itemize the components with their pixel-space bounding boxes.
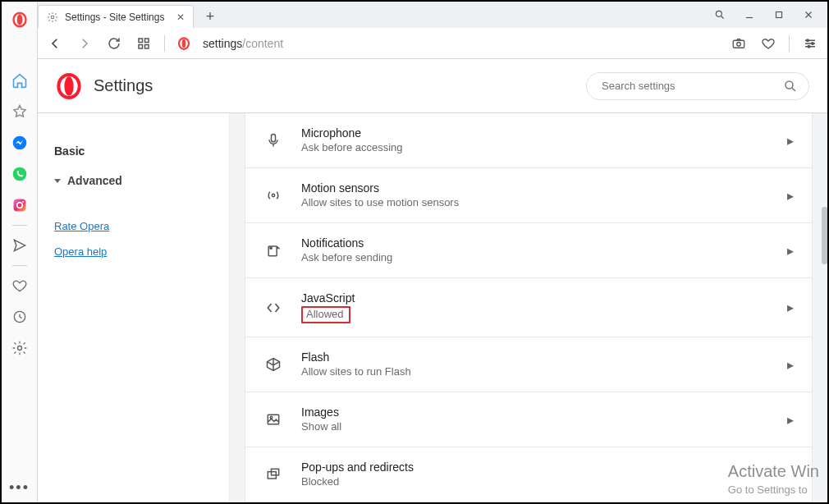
instagram-icon[interactable] [2, 190, 38, 220]
scrollbar-thumb[interactable] [822, 207, 827, 264]
row-title: Notifications [301, 236, 769, 250]
more-icon[interactable]: ••• [2, 473, 38, 502]
whatsapp-icon[interactable] [2, 159, 38, 189]
forward-button[interactable] [76, 34, 94, 53]
nav-basic[interactable]: Basic [54, 136, 213, 166]
row-title: Microphone [301, 126, 769, 140]
svg-point-25 [785, 81, 793, 89]
svg-point-1 [16, 14, 22, 25]
settings-body: Basic Advanced Rate Opera Opera help Mic… [38, 113, 827, 502]
browser-tab[interactable]: Settings - Site Settings ✕ [38, 5, 194, 28]
row-images[interactable]: ImagesShow all ▸ [245, 392, 812, 447]
toolbar-separator [789, 35, 790, 52]
svg-point-8 [17, 346, 21, 351]
svg-point-22 [808, 45, 809, 47]
svg-rect-26 [272, 135, 276, 142]
svg-point-31 [270, 416, 273, 419]
notifications-icon [263, 242, 283, 259]
page-title: Settings [94, 76, 153, 95]
toolbar: settings/content [2, 28, 827, 59]
svg-point-17 [182, 39, 186, 48]
row-sub: Ask before accessing [301, 141, 403, 153]
opera-badge-icon [176, 36, 191, 51]
opera-logo-icon [56, 73, 82, 99]
window-controls [706, 2, 822, 28]
row-notifications[interactable]: NotificationsAsk before sending ▸ [245, 222, 812, 277]
row-sub: Show all [301, 420, 341, 433]
opera-logo-icon[interactable] [2, 5, 38, 34]
easy-setup-icon[interactable] [801, 34, 819, 53]
nav-advanced-label: Advanced [67, 174, 122, 187]
svg-rect-12 [139, 39, 143, 43]
svg-rect-15 [145, 44, 149, 48]
row-sub: Allow sites to run Flash [301, 365, 411, 378]
row-flash[interactable]: FlashAllow sites to run Flash ▸ [245, 337, 812, 392]
url-scheme: settings [203, 37, 242, 50]
row-sub: Ask before sending [301, 251, 392, 263]
svg-point-20 [807, 39, 808, 41]
bookmark-star-icon[interactable] [2, 97, 38, 126]
site-settings-panel: MicrophoneAsk before accessing ▸ Motion … [245, 113, 813, 502]
motion-sensors-icon [263, 187, 283, 204]
rate-opera-link[interactable]: Rate Opera [54, 213, 213, 239]
minimize-button[interactable] [735, 3, 763, 26]
search-input[interactable] [586, 72, 809, 100]
back-button[interactable] [46, 34, 64, 53]
messenger-icon[interactable] [2, 128, 38, 158]
address-bar[interactable]: settings/content [203, 37, 718, 50]
heart-toolbar-icon[interactable] [759, 34, 777, 53]
opera-help-link[interactable]: Opera help [54, 239, 213, 264]
chevron-right-icon: ▸ [787, 133, 794, 149]
popups-icon [263, 466, 283, 483]
chevron-right-icon: ▸ [787, 188, 794, 204]
tab-title: Settings - Site Settings [65, 11, 164, 23]
reload-button[interactable] [105, 34, 123, 53]
heart-icon[interactable] [2, 271, 38, 300]
chevron-right-icon: ▸ [787, 412, 794, 428]
row-microphone[interactable]: MicrophoneAsk before accessing ▸ [245, 113, 812, 167]
row-popups[interactable]: Pop-ups and redirectsBlocked [245, 447, 812, 502]
svg-point-24 [64, 76, 73, 95]
sidebar-separator [12, 265, 27, 266]
row-sub: Blocked [301, 475, 339, 488]
row-motion-sensors[interactable]: Motion sensorsAllow sites to use motion … [245, 167, 812, 222]
content-area: Settings Basic Advanced Rate Opera Opera… [2, 59, 827, 502]
images-icon [263, 411, 283, 428]
search-settings [586, 72, 809, 100]
url-path: /content [242, 37, 283, 50]
new-tab-button[interactable]: + [199, 5, 222, 28]
row-title: Images [301, 405, 769, 419]
tab-strip: Settings - Site Settings ✕ + [2, 2, 827, 28]
row-javascript[interactable]: JavaScriptAllowed ▸ [245, 277, 812, 337]
svg-rect-14 [139, 44, 143, 48]
toolbar-separator [164, 35, 165, 52]
close-tab-icon[interactable]: ✕ [176, 11, 185, 23]
row-sub: Allow sites to use motion sensors [301, 196, 459, 208]
nav-advanced[interactable]: Advanced [54, 166, 213, 195]
sidebar-separator [12, 225, 27, 226]
maximize-button[interactable] [765, 3, 793, 26]
row-title: Pop-ups and redirects [301, 460, 794, 474]
home-icon[interactable] [2, 66, 38, 95]
settings-nav: Basic Advanced Rate Opera Opera help [38, 113, 230, 502]
chevron-right-icon: ▸ [787, 357, 794, 373]
search-icon [783, 79, 798, 94]
app-sidebar: ••• [2, 2, 38, 502]
row-title: Flash [301, 351, 769, 364]
svg-rect-18 [733, 40, 744, 48]
speed-dial-icon[interactable] [135, 34, 153, 53]
svg-rect-11 [776, 12, 782, 18]
flash-icon [263, 356, 283, 373]
svg-rect-30 [268, 415, 278, 424]
svg-point-10 [716, 11, 721, 16]
search-window-icon[interactable] [706, 3, 734, 26]
history-icon[interactable] [2, 302, 38, 332]
close-window-button[interactable] [795, 3, 822, 26]
svg-rect-4 [13, 199, 25, 212]
svg-point-19 [737, 42, 741, 46]
microphone-icon [263, 132, 283, 149]
send-icon[interactable] [2, 231, 38, 260]
settings-gear-icon[interactable] [2, 333, 38, 363]
settings-header: Settings [38, 59, 827, 113]
snapshot-icon[interactable] [730, 34, 748, 53]
